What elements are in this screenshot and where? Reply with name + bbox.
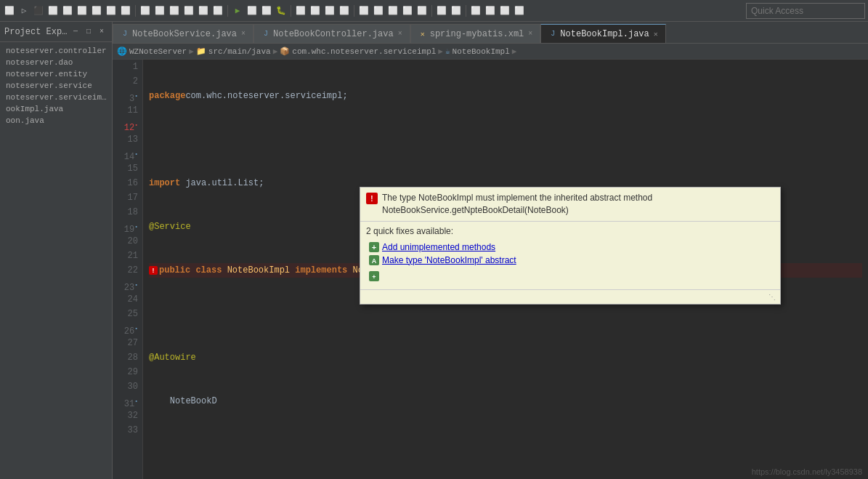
quickfix-extra-icon: + xyxy=(369,271,379,281)
tab-notebookservice[interactable]: J NoteBookService.java × xyxy=(113,24,253,43)
sidebar-item[interactable]: ookImpl.java xyxy=(0,103,112,115)
code-line-16 xyxy=(149,438,862,452)
quickfix-item-1[interactable]: + Add unimplemented methods xyxy=(366,241,774,254)
toolbar-icon-27[interactable]: ⬜ xyxy=(450,4,463,17)
line-numbers: 1 2 3• 11 12• 13 14• 15 16 17 18 19• 20 … xyxy=(113,60,143,479)
sidebar-item[interactable]: oon.java xyxy=(0,115,112,126)
tab-notebookimpl[interactable]: J NoteBookImpl.java ✕ xyxy=(540,24,665,43)
ln-21: 21 xyxy=(113,249,138,263)
toolbar-icon-19[interactable]: ⬜ xyxy=(323,4,336,17)
toolbar-icon-26[interactable]: ⬜ xyxy=(435,4,448,17)
sidebar-item[interactable]: noteserver.serviceimpl xyxy=(0,92,112,103)
java-icon: J xyxy=(261,30,270,39)
resize-handle[interactable]: ⋱ xyxy=(768,293,776,301)
breadcrumb-package[interactable]: com.whc.noteserver.serviceimpl xyxy=(292,47,436,56)
toolbar-icon-29[interactable]: ⬜ xyxy=(484,4,497,17)
toolbar-icon-13[interactable]: ⬜ xyxy=(197,4,210,17)
svg-text:!: ! xyxy=(151,267,155,275)
error-gutter-icon: ! xyxy=(149,266,158,275)
toolbar-icon-31[interactable]: ⬜ xyxy=(513,4,526,17)
quickfix-footer: ⋱ xyxy=(360,289,780,304)
sidebar-item[interactable]: noteserver.controller xyxy=(0,45,112,57)
toolbar-icon-3[interactable]: ⬜ xyxy=(46,4,60,17)
toolbar-icon-stop[interactable]: ⬛ xyxy=(32,4,45,17)
code-line-15: NoteBookD xyxy=(149,394,862,408)
quickfix-link-2[interactable]: Make type 'NoteBookImpl' abstract xyxy=(382,255,516,265)
toolbar-icon-17[interactable]: ⬜ xyxy=(294,4,307,17)
make-abstract-icon: A xyxy=(369,255,379,265)
ln-23: 23• xyxy=(113,278,138,292)
ln-13: 13 xyxy=(113,132,138,147)
quickfix-message: The type NoteBookImpl must implement the… xyxy=(382,192,652,217)
sidebar-item[interactable]: noteserver.dao xyxy=(0,57,112,68)
toolbar-icon-8[interactable]: ⬜ xyxy=(119,4,132,17)
quick-access-input[interactable] xyxy=(746,3,865,19)
tab-label: NoteBookService.java xyxy=(132,29,237,39)
toolbar-icon-24[interactable]: ⬜ xyxy=(401,4,414,17)
toolbar-icon-7[interactable]: ⬜ xyxy=(105,4,118,17)
ln-11: 11 xyxy=(113,103,138,118)
toolbar-sep-6 xyxy=(466,5,466,17)
toolbar-icon-28[interactable]: ⬜ xyxy=(469,4,482,17)
quickfix-link-1[interactable]: Add unimplemented methods xyxy=(382,242,495,252)
toolbar-icon-1[interactable]: ⬜ xyxy=(3,4,16,17)
toolbar-icon-22[interactable]: ⬜ xyxy=(372,4,385,17)
toolbar-icon-12[interactable]: ⬜ xyxy=(182,4,195,17)
ln-3: 3• xyxy=(113,89,138,103)
ln-17: 17 xyxy=(113,190,138,205)
tab-close-btn[interactable]: × xyxy=(398,30,402,38)
ln-15: 15 xyxy=(113,161,138,176)
toolbar-icon-10[interactable]: ⬜ xyxy=(153,4,166,17)
ln-27: 27 xyxy=(113,336,138,350)
ln-2: 2 xyxy=(113,74,138,89)
breadcrumb-class[interactable]: NoteBookImpl xyxy=(453,47,510,56)
ln-31: 31• xyxy=(113,394,138,408)
quickfix-item-2[interactable]: A Make type 'NoteBookImpl' abstract xyxy=(366,254,774,267)
sidebar-minimize-btn[interactable]: ─ xyxy=(70,26,81,38)
sidebar-maximize-btn[interactable]: □ xyxy=(83,26,94,38)
svg-text:A: A xyxy=(372,257,377,265)
toolbar-icon-6[interactable]: ⬜ xyxy=(90,4,103,17)
ln-16: 16 xyxy=(113,176,138,190)
toolbar-icon-9[interactable]: ⬜ xyxy=(139,4,152,17)
toolbar-icon-30[interactable]: ⬜ xyxy=(498,4,511,17)
tab-notebookcontroller[interactable]: J NoteBookController.java × xyxy=(253,24,410,43)
tab-close-btn[interactable]: × xyxy=(241,30,246,38)
toolbar-icon-18[interactable]: ⬜ xyxy=(309,4,322,17)
toolbar-icon-14[interactable]: ⬜ xyxy=(211,4,224,17)
tab-label: spring-mybatis.xml xyxy=(430,29,524,39)
toolbar-icon-4[interactable]: ⬜ xyxy=(61,4,74,17)
watermark: https://blog.csdn.net/ly3458938 xyxy=(752,467,862,476)
editor-area: J NoteBookService.java × J NoteBookContr… xyxy=(113,22,868,479)
code-line-13 xyxy=(149,307,862,321)
toolbar-icon-20[interactable]: ⬜ xyxy=(338,4,351,17)
sidebar-item[interactable]: noteserver.service xyxy=(0,80,112,92)
toolbar-sep-2 xyxy=(227,5,228,17)
toolbar-icon-25[interactable]: ⬜ xyxy=(415,4,429,17)
code-editor[interactable]: 1 2 3• 11 12• 13 14• 15 16 17 18 19• 20 … xyxy=(113,60,868,479)
toolbar-icon-debug[interactable]: 🐛 xyxy=(275,4,288,17)
toolbar-icon-15[interactable]: ⬜ xyxy=(246,4,259,17)
breadcrumb-srcmainjava[interactable]: src/main/java xyxy=(208,47,271,56)
toolbar-icon-23[interactable]: ⬜ xyxy=(386,4,399,17)
toolbar-icon-5[interactable]: ⬜ xyxy=(76,4,89,17)
tab-close-btn[interactable]: ✕ xyxy=(654,30,658,39)
ln-24: 24 xyxy=(113,292,138,307)
java-icon: J xyxy=(121,30,129,39)
toolbar-icon-16[interactable]: ⬜ xyxy=(260,4,273,17)
toolbar-icon-11[interactable]: ⬜ xyxy=(168,4,181,17)
ln-19: 19• xyxy=(113,220,138,234)
toolbar-icon-21[interactable]: ⬜ xyxy=(357,4,370,17)
breadcrumb: 🌐 WZNoteServer ▶ 📁 src/main/java ▶ 📦 com… xyxy=(113,44,868,60)
breadcrumb-wznoteserver[interactable]: WZNoteServer xyxy=(129,47,187,56)
tab-springmybatis[interactable]: ✕ spring-mybatis.xml × xyxy=(410,24,541,43)
ln-22: 22 xyxy=(113,263,138,278)
tab-label: NoteBookController.java xyxy=(273,29,394,39)
sidebar-item[interactable]: noteserver.entity xyxy=(0,68,112,80)
sidebar-close-btn[interactable]: × xyxy=(96,26,108,38)
tab-close-btn[interactable]: × xyxy=(528,30,532,38)
toolbar-icon-2[interactable]: ▷ xyxy=(17,4,31,17)
tabs-bar: J NoteBookService.java × J NoteBookContr… xyxy=(113,22,868,44)
sidebar-title: Project Exp... xyxy=(4,27,70,37)
toolbar-icon-run[interactable]: ▶ xyxy=(231,4,244,17)
